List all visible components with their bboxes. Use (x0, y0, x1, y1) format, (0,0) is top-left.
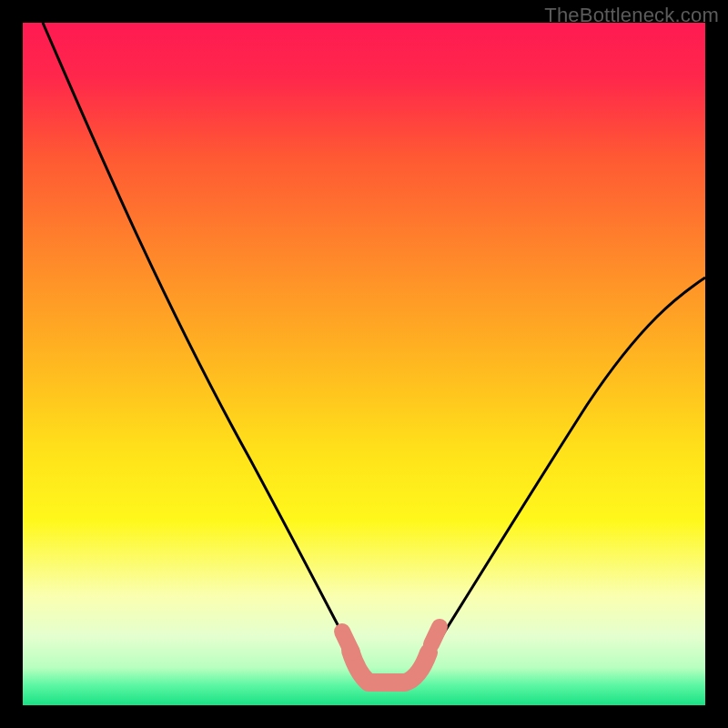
curve-left-branch (43, 23, 361, 669)
chart-frame: TheBottleneck.com (0, 0, 728, 728)
bottleneck-curve (23, 23, 705, 705)
watermark-text: TheBottleneck.com (544, 4, 719, 27)
chart-plot-area (23, 23, 705, 705)
valley-marker (350, 651, 429, 682)
curve-right-branch (421, 278, 705, 669)
valley-marker-left-dot (342, 632, 352, 652)
valley-marker-right-dot (431, 627, 440, 644)
